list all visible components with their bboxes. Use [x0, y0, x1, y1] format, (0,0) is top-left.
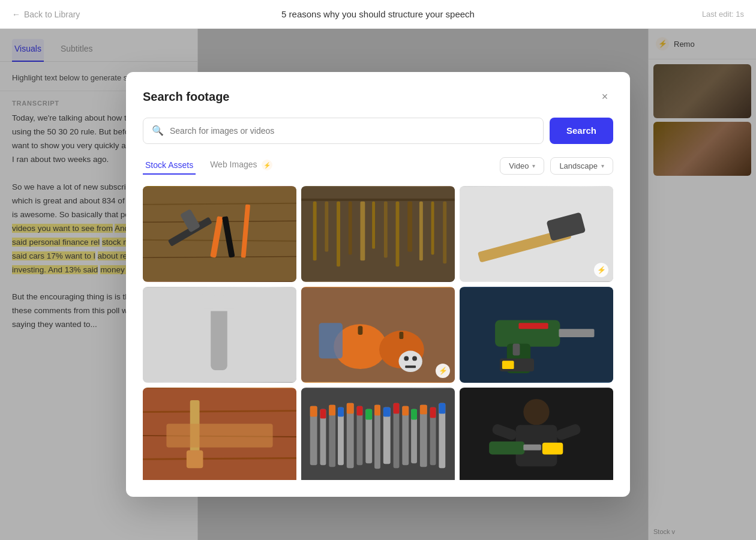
- svg-rect-77: [347, 403, 354, 414]
- svg-rect-55: [187, 451, 203, 469]
- svg-rect-16: [360, 202, 365, 260]
- svg-rect-93: [489, 442, 524, 455]
- back-arrow-icon: ←: [12, 10, 20, 19]
- video-filter-button[interactable]: Video ▾: [500, 157, 544, 175]
- svg-rect-15: [349, 202, 352, 255]
- svg-point-89: [523, 399, 549, 425]
- image-item-1[interactable]: [143, 186, 296, 282]
- svg-rect-30: [202, 295, 215, 309]
- svg-rect-41: [319, 323, 343, 359]
- svg-point-37: [398, 351, 422, 372]
- svg-rect-78: [357, 406, 363, 416]
- sub-tabs-left: Stock Assets Web Images ⚡: [143, 156, 287, 176]
- svg-rect-75: [329, 405, 335, 416]
- search-button[interactable]: Search: [550, 118, 613, 144]
- svg-rect-94: [523, 445, 541, 451]
- video-filter-label: Video: [509, 161, 529, 170]
- sub-tab-stock-assets[interactable]: Stock Assets: [143, 157, 196, 175]
- modal-overlay[interactable]: Search footage × 🔍 Search Stock Assets W…: [0, 29, 756, 540]
- svg-rect-83: [402, 406, 409, 416]
- svg-rect-84: [411, 409, 417, 420]
- svg-point-39: [412, 356, 417, 361]
- svg-rect-22: [431, 202, 434, 255]
- svg-rect-21: [419, 202, 423, 260]
- svg-rect-45: [559, 329, 594, 337]
- search-bar-row: 🔍 Search: [143, 118, 613, 144]
- svg-rect-17: [372, 202, 375, 249]
- back-to-library-link[interactable]: ← Back to Library: [12, 10, 80, 19]
- image-item-2[interactable]: [301, 186, 455, 282]
- search-icon: 🔍: [152, 125, 164, 136]
- sub-tabs-right: Video ▾ Landscape ▾: [500, 157, 613, 175]
- svg-rect-49: [502, 361, 514, 370]
- svg-rect-79: [365, 409, 372, 420]
- svg-rect-87: [439, 403, 445, 414]
- svg-rect-36: [399, 332, 403, 339]
- search-input-wrapper: 🔍: [143, 118, 544, 144]
- svg-rect-24: [460, 187, 613, 281]
- svg-line-51: [143, 411, 296, 412]
- svg-rect-95: [542, 443, 563, 455]
- svg-rect-74: [320, 409, 326, 419]
- svg-rect-13: [325, 202, 328, 252]
- back-to-library-label: Back to Library: [24, 10, 80, 19]
- svg-rect-73: [310, 406, 317, 417]
- image-item-3[interactable]: ⚡: [460, 186, 613, 282]
- image-item-6[interactable]: [460, 287, 613, 383]
- svg-rect-11: [301, 199, 455, 201]
- svg-rect-81: [383, 407, 391, 417]
- svg-rect-18: [384, 202, 388, 258]
- svg-rect-47: [513, 344, 520, 356]
- sub-tab-web-images[interactable]: Web Images ⚡: [208, 156, 275, 176]
- svg-rect-46: [518, 323, 548, 329]
- landscape-filter-label: Landscape: [559, 161, 598, 170]
- svg-rect-23: [443, 202, 446, 263]
- svg-rect-56: [166, 424, 272, 448]
- close-button[interactable]: ×: [596, 89, 613, 106]
- svg-rect-34: [358, 326, 363, 335]
- svg-rect-82: [394, 403, 400, 414]
- landscape-filter-button[interactable]: Landscape ▾: [550, 157, 613, 175]
- image-item-7[interactable]: [143, 388, 296, 480]
- web-images-badge: ⚡: [262, 160, 272, 170]
- svg-rect-86: [430, 407, 436, 418]
- svg-rect-76: [338, 407, 344, 417]
- video-chevron-icon: ▾: [532, 163, 535, 169]
- svg-rect-80: [374, 405, 380, 416]
- svg-point-38: [404, 356, 409, 361]
- svg-rect-31: [223, 295, 236, 309]
- last-edit-label: Last edit: 1s: [702, 10, 744, 19]
- svg-rect-20: [407, 202, 412, 252]
- image-grid: ⚡: [143, 186, 613, 480]
- search-footage-modal: Search footage × 🔍 Search Stock Assets W…: [126, 72, 630, 497]
- image-item-9[interactable]: [460, 388, 613, 480]
- svg-rect-40: [405, 365, 416, 368]
- top-bar: ← Back to Library 5 reasons why you shou…: [0, 0, 756, 29]
- modal-header: Search footage ×: [143, 89, 613, 106]
- svg-rect-12: [313, 202, 317, 260]
- image-item-4[interactable]: [143, 287, 296, 383]
- search-input[interactable]: [170, 120, 535, 142]
- landscape-chevron-icon: ▾: [601, 163, 604, 169]
- image-item-5[interactable]: ⚡: [301, 287, 455, 383]
- sub-tabs-row: Stock Assets Web Images ⚡ Video ▾ Landsc…: [143, 156, 613, 176]
- modal-title: Search footage: [143, 90, 229, 104]
- svg-line-53: [143, 458, 296, 460]
- svg-rect-85: [420, 405, 427, 415]
- svg-rect-19: [396, 202, 400, 266]
- page-title: 5 reasons why you should structure your …: [281, 9, 475, 19]
- svg-rect-14: [337, 202, 340, 266]
- image-item-8[interactable]: [301, 388, 455, 480]
- main-layout: Visuals Subtitles Highlight text below t…: [0, 29, 756, 540]
